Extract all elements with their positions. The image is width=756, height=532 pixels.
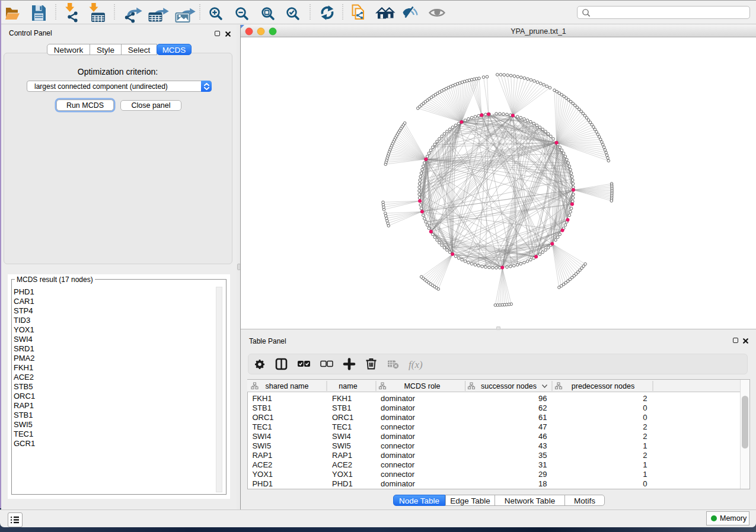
svg-text:43: 43: [538, 441, 547, 450]
svg-text:29: 29: [538, 470, 547, 479]
svg-text:f(x): f(x): [409, 359, 423, 370]
svg-text:SWI5: SWI5: [332, 441, 351, 450]
svg-text:2: 2: [643, 394, 647, 403]
svg-text:2: 2: [643, 451, 647, 460]
svg-text:47: 47: [538, 422, 547, 431]
svg-text:PHD1: PHD1: [252, 479, 273, 488]
svg-text:dominator: dominator: [381, 432, 415, 441]
svg-text:dominator: dominator: [381, 451, 415, 460]
svg-text:connector: connector: [381, 460, 415, 469]
svg-text:shared name: shared name: [266, 382, 309, 390]
svg-text:FKH1: FKH1: [252, 394, 272, 403]
svg-text:TEC1: TEC1: [332, 422, 352, 431]
svg-text:RAP1: RAP1: [332, 451, 352, 460]
svg-text:successor nodes: successor nodes: [481, 382, 537, 390]
svg-text:1: 1: [643, 470, 647, 479]
svg-text:dominator: dominator: [381, 394, 415, 403]
svg-text:ACE2: ACE2: [332, 460, 352, 469]
svg-text:dominator: dominator: [381, 403, 415, 412]
svg-text:18: 18: [538, 479, 547, 488]
svg-text:RAP1: RAP1: [252, 451, 272, 460]
svg-text:ACE2: ACE2: [252, 460, 272, 469]
svg-text:1: 1: [643, 460, 647, 469]
svg-text:SWI5: SWI5: [252, 441, 271, 450]
svg-text:PHD1: PHD1: [332, 479, 353, 488]
svg-text:ORC1: ORC1: [252, 413, 273, 422]
svg-text:SWI4: SWI4: [332, 432, 351, 441]
svg-text:name: name: [339, 382, 357, 390]
svg-text:35: 35: [538, 451, 547, 460]
svg-text:TEC1: TEC1: [252, 422, 272, 431]
svg-text:dominator: dominator: [381, 413, 415, 422]
svg-text:FKH1: FKH1: [332, 394, 352, 403]
svg-text:YOX1: YOX1: [332, 470, 353, 479]
svg-text:STB1: STB1: [332, 403, 352, 412]
svg-text:connector: connector: [381, 470, 415, 479]
svg-text:96: 96: [538, 394, 547, 403]
svg-text:1: 1: [643, 441, 647, 450]
svg-text:46: 46: [538, 432, 547, 441]
svg-text:STB1: STB1: [252, 403, 272, 412]
svg-text:0: 0: [643, 413, 647, 422]
svg-text:31: 31: [538, 460, 547, 469]
svg-text:62: 62: [538, 403, 547, 412]
svg-text:connector: connector: [381, 422, 415, 431]
svg-text:2: 2: [643, 422, 647, 431]
svg-text:61: 61: [538, 413, 547, 422]
svg-text:predecessor nodes: predecessor nodes: [572, 382, 634, 390]
svg-text:dominator: dominator: [381, 479, 415, 488]
svg-text:YOX1: YOX1: [252, 470, 273, 479]
svg-text:connector: connector: [381, 441, 415, 450]
svg-text:0: 0: [643, 479, 647, 488]
svg-text:MCDS role: MCDS role: [404, 382, 440, 390]
svg-text:2: 2: [643, 432, 647, 441]
svg-text:SWI4: SWI4: [252, 432, 271, 441]
svg-text:ORC1: ORC1: [332, 413, 353, 422]
svg-text:0: 0: [643, 403, 647, 412]
